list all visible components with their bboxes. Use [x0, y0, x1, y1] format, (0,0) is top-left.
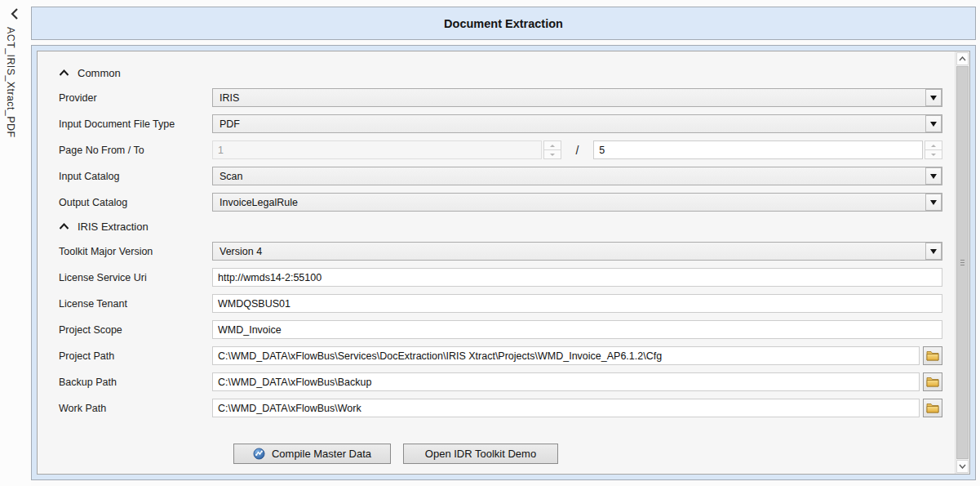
- form-content: Common Provider IRIS Input Document File…: [38, 51, 955, 474]
- stepper-down-icon[interactable]: [543, 149, 561, 159]
- toolkit-major-version-label: Toolkit Major Version: [59, 246, 212, 257]
- backup-path-input[interactable]: [212, 372, 920, 391]
- chevron-down-icon[interactable]: [925, 115, 942, 132]
- action-buttons-row: Compile Master Data Open IDR Toolkit Dem…: [233, 444, 955, 464]
- backup-path-browse-button[interactable]: [923, 372, 942, 391]
- input-catalog-dropdown[interactable]: Scan: [212, 167, 942, 185]
- toolkit-major-version-dropdown[interactable]: Version 4: [212, 242, 942, 261]
- chevron-left-icon[interactable]: [9, 7, 20, 20]
- section-header-common[interactable]: Common: [59, 65, 955, 80]
- license-tenant-label: License Tenant: [59, 298, 212, 310]
- page-no-to-input[interactable]: [593, 140, 923, 159]
- compile-globe-icon: [253, 448, 265, 460]
- field-row-page-no: Page No From / To /: [59, 140, 955, 159]
- titlebar: Document Extraction: [31, 7, 976, 40]
- chevron-up-icon: [959, 56, 966, 61]
- chevron-up-icon: [59, 223, 69, 230]
- section-label-common: Common: [78, 67, 121, 79]
- license-tenant-input[interactable]: [212, 294, 942, 313]
- field-row-output-catalog: Output Catalog InvoiceLegalRule: [59, 193, 955, 212]
- scrollbar-thumb[interactable]: [956, 66, 969, 459]
- section-label-iris-extraction: IRIS Extraction: [78, 221, 149, 233]
- page-no-from-stepper[interactable]: [543, 140, 561, 159]
- toolkit-major-version-value: Version 4: [213, 243, 925, 260]
- form-panel: Common Provider IRIS Input Document File…: [37, 51, 970, 475]
- output-catalog-dropdown[interactable]: InvoiceLegalRule: [212, 193, 942, 212]
- field-row-input-catalog: Input Catalog Scan: [59, 167, 955, 185]
- main-panel: Common Provider IRIS Input Document File…: [31, 45, 976, 480]
- input-document-file-type-value: PDF: [213, 115, 925, 132]
- project-path-browse-button[interactable]: [923, 346, 942, 365]
- scrollbar-gripper-icon: [960, 260, 964, 267]
- field-row-backup-path: Backup Path: [59, 372, 955, 391]
- chevron-down-icon[interactable]: [925, 243, 942, 260]
- chevron-down-icon[interactable]: [925, 89, 942, 106]
- input-document-file-type-dropdown[interactable]: PDF: [212, 114, 942, 133]
- page-title: Document Extraction: [444, 17, 563, 30]
- work-path-input[interactable]: [212, 399, 920, 417]
- output-catalog-label: Output Catalog: [59, 197, 212, 208]
- field-row-project-scope: Project Scope: [59, 320, 955, 339]
- folder-icon: [926, 350, 939, 361]
- field-row-project-path: Project Path: [59, 346, 955, 365]
- field-row-provider: Provider IRIS: [59, 88, 955, 107]
- chevron-down-icon: [959, 464, 966, 469]
- backup-path-label: Backup Path: [59, 377, 212, 388]
- output-catalog-value: InvoiceLegalRule: [213, 194, 925, 211]
- compile-master-data-button[interactable]: Compile Master Data: [233, 444, 391, 464]
- page-no-to-stepper[interactable]: [925, 140, 942, 159]
- project-scope-input[interactable]: [212, 320, 942, 339]
- scrollbar-down-button[interactable]: [956, 460, 969, 473]
- project-path-input[interactable]: [212, 346, 920, 365]
- section-header-iris-extraction[interactable]: IRIS Extraction: [59, 219, 955, 234]
- field-row-license-tenant: License Tenant: [59, 294, 955, 313]
- field-row-input-document-file-type: Input Document File Type PDF: [59, 114, 955, 133]
- license-service-uri-label: License Service Uri: [59, 272, 212, 283]
- field-row-work-path: Work Path: [59, 399, 955, 417]
- input-catalog-label: Input Catalog: [59, 171, 212, 182]
- page-no-from-input[interactable]: [212, 140, 542, 159]
- vertical-scrollbar[interactable]: [955, 51, 969, 474]
- project-scope-label: Project Scope: [59, 324, 212, 336]
- folder-icon: [926, 377, 939, 387]
- side-tab-strip: ACT_IRIS_Xtract_PDF: [0, 0, 31, 486]
- field-row-toolkit-major-version: Toolkit Major Version Version 4: [59, 242, 955, 261]
- license-service-uri-input[interactable]: [212, 268, 942, 287]
- open-idr-toolkit-demo-label: Open IDR Toolkit Demo: [425, 448, 536, 460]
- folder-icon: [926, 403, 939, 413]
- page-no-separator: /: [561, 144, 593, 157]
- provider-value: IRIS: [213, 89, 925, 106]
- chevron-down-icon[interactable]: [925, 167, 942, 185]
- side-tab-label[interactable]: ACT_IRIS_Xtract_PDF: [5, 27, 16, 137]
- open-idr-toolkit-demo-button[interactable]: Open IDR Toolkit Demo: [403, 444, 558, 464]
- stepper-down-icon[interactable]: [925, 149, 942, 159]
- provider-dropdown[interactable]: IRIS: [212, 88, 942, 107]
- page-no-label: Page No From / To: [59, 145, 212, 156]
- project-path-label: Project Path: [59, 350, 212, 362]
- chevron-up-icon: [59, 69, 69, 77]
- work-path-browse-button[interactable]: [923, 399, 942, 417]
- field-row-license-service-uri: License Service Uri: [59, 268, 955, 287]
- input-catalog-value: Scan: [213, 167, 925, 185]
- input-document-file-type-label: Input Document File Type: [59, 118, 212, 130]
- scrollbar-up-button[interactable]: [956, 52, 969, 65]
- compile-master-data-label: Compile Master Data: [272, 448, 371, 460]
- chevron-down-icon[interactable]: [925, 194, 942, 211]
- provider-label: Provider: [59, 92, 212, 104]
- work-path-label: Work Path: [59, 403, 212, 414]
